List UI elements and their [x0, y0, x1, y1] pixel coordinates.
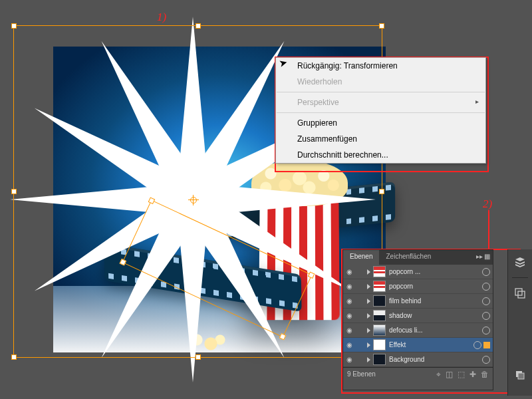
target-icon[interactable] — [473, 341, 481, 349]
layer-name[interactable]: film behind — [389, 297, 479, 305]
artboards-icon[interactable] — [514, 287, 526, 299]
delete-layer-icon[interactable]: 🗑 — [481, 368, 489, 381]
menu-undo[interactable]: Rückgängig: Transformieren — [276, 58, 485, 74]
menu-average[interactable]: Durchschnitt berechnen... — [276, 147, 485, 163]
layer-name[interactable]: popcorn ... — [389, 268, 479, 275]
layer-thumbnail — [373, 339, 386, 350]
panel-dock — [507, 249, 532, 396]
svg-rect-1 — [518, 291, 525, 298]
svg-rect-3 — [518, 373, 524, 379]
tab-layers[interactable]: Ebenen — [343, 250, 379, 265]
visibility-toggle-icon[interactable]: ◉ — [343, 268, 355, 275]
menu-redo: Wiederholen — [276, 74, 485, 90]
layer-row[interactable]: ◉popcorn ... — [343, 265, 493, 279]
visibility-toggle-icon[interactable]: ◉ — [343, 341, 355, 348]
target-icon[interactable] — [482, 327, 490, 334]
layers-icon[interactable] — [514, 256, 526, 268]
layer-thumbnail — [373, 310, 386, 321]
svg-rect-0 — [515, 289, 522, 295]
panel-menu-icon[interactable]: ▦ — [484, 253, 490, 265]
target-icon[interactable] — [482, 356, 490, 364]
new-sublayer-icon[interactable]: ⬚ — [458, 368, 465, 381]
disclosure-triangle-icon[interactable] — [367, 357, 370, 362]
layers-panel: Ebenen Zeichenflächen ▸▸ ▦ ◉popcorn ...◉… — [342, 249, 493, 390]
layer-name[interactable]: Effekt — [389, 341, 471, 348]
visibility-toggle-icon[interactable]: ◉ — [343, 297, 355, 305]
visibility-toggle-icon[interactable]: ◉ — [343, 312, 355, 319]
target-icon[interactable] — [482, 297, 490, 305]
layer-name[interactable]: shadow — [389, 312, 479, 319]
layer-thumbnail — [373, 266, 386, 277]
selection-handle[interactable] — [11, 354, 17, 360]
target-icon[interactable] — [482, 312, 490, 320]
new-layer-icon[interactable]: ✚ — [469, 368, 476, 381]
target-icon[interactable] — [482, 268, 490, 276]
context-menu: Rückgängig: Transformieren Wiederholen P… — [275, 57, 486, 164]
disclosure-triangle-icon[interactable] — [367, 269, 370, 275]
menu-group[interactable]: Gruppieren — [276, 115, 485, 131]
disclosure-triangle-icon[interactable] — [367, 299, 370, 304]
make-clipping-mask-icon[interactable]: ◫ — [446, 368, 453, 381]
selection-handle[interactable] — [11, 23, 17, 29]
layer-count: 9 Ebenen — [347, 368, 376, 381]
panel-collapse-icon[interactable]: ▸▸ — [476, 253, 483, 265]
layer-row[interactable]: ◉Background — [343, 352, 493, 367]
disclosure-triangle-icon[interactable] — [367, 313, 370, 319]
visibility-toggle-icon[interactable]: ◉ — [343, 283, 355, 290]
disclosure-triangle-icon[interactable] — [367, 284, 370, 289]
transform-anchor-icon[interactable] — [190, 197, 197, 203]
selection-handle[interactable] — [379, 23, 384, 29]
stacked-panels-icon[interactable] — [514, 369, 526, 381]
layer-thumbnail — [373, 281, 386, 292]
disclosure-triangle-icon[interactable] — [367, 328, 370, 333]
visibility-toggle-icon[interactable]: ◉ — [343, 327, 355, 334]
layer-row[interactable]: ◉Effekt — [343, 338, 493, 352]
layer-row[interactable]: ◉film behind — [343, 294, 493, 309]
target-icon[interactable] — [482, 283, 490, 291]
locate-object-icon[interactable]: ⌖ — [436, 368, 441, 381]
tab-artboards[interactable]: Zeichenflächen — [379, 250, 438, 265]
layer-thumbnail — [373, 354, 386, 365]
layer-thumbnail — [373, 325, 386, 336]
layer-thumbnail — [373, 295, 386, 307]
layer-row[interactable]: ◉defocus li... — [343, 323, 493, 338]
layer-name[interactable]: popcorn — [389, 283, 479, 290]
layer-name[interactable]: defocus li... — [389, 327, 479, 334]
menu-join[interactable]: Zusammenfügen — [276, 131, 485, 147]
layer-name[interactable]: Background — [389, 356, 479, 363]
annotation-2: 2) — [483, 198, 492, 211]
visibility-toggle-icon[interactable]: ◉ — [343, 356, 355, 363]
layer-row[interactable]: ◉popcorn — [343, 279, 493, 294]
selection-color-swatch — [483, 342, 490, 348]
menu-perspective: Perspektive — [276, 94, 485, 110]
layer-row[interactable]: ◉shadow — [343, 309, 493, 323]
annotation-1: 1) — [157, 11, 166, 24]
disclosure-triangle-icon[interactable] — [367, 342, 370, 348]
